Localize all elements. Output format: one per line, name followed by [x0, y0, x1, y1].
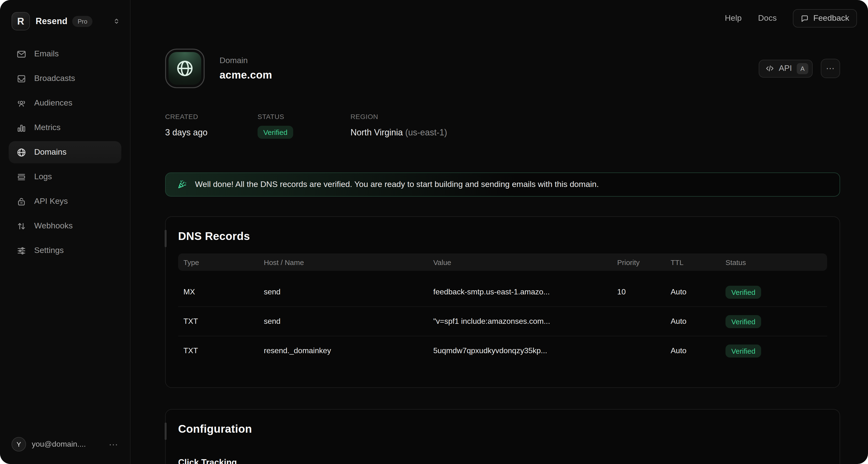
workspace-name: Resend: [36, 16, 67, 26]
meta-status: STATUS Verified: [257, 113, 350, 139]
verification-banner: Well done! All the DNS records are verif…: [165, 173, 840, 197]
sidebar-item-label: Emails: [34, 49, 59, 59]
sidebar-item-label: Domains: [34, 147, 66, 157]
arrows-up-down-icon: [17, 221, 27, 231]
avatar: Y: [11, 437, 26, 452]
sidebar-item-api-keys[interactable]: API Keys: [9, 190, 121, 212]
feedback-label: Feedback: [813, 13, 849, 23]
cell-value: feedback-smtp.us-east-1.amazo...: [428, 288, 612, 296]
table-body: MX send feedback-smtp.us-east-1.amazo...…: [178, 278, 827, 365]
column-status: Status: [720, 258, 827, 266]
topbar: Help Docs Feedback: [130, 0, 868, 37]
header-actions: API A ⋯: [758, 59, 840, 78]
sidebar-item-audiences[interactable]: Audiences: [9, 92, 121, 114]
sidebar-item-label: Webhooks: [34, 221, 73, 231]
party-popper-icon: [177, 179, 187, 190]
column-value: Value: [428, 258, 612, 266]
sidebar-item-label: Audiences: [34, 98, 72, 108]
column-host-name: Host / Name: [258, 258, 428, 266]
globe-icon: [168, 52, 201, 85]
cell-ttl: Auto: [665, 317, 720, 326]
code-icon: [765, 64, 774, 73]
sidebar-item-domains[interactable]: Domains: [9, 141, 121, 163]
meta-created: CREATED 3 days ago: [165, 113, 257, 139]
table-row: MX send feedback-smtp.us-east-1.amazo...…: [178, 278, 827, 307]
bar-chart-icon: [17, 123, 27, 133]
domain-kicker: Domain: [220, 56, 272, 65]
domain-meta: CREATED 3 days ago STATUS Verified REGIO…: [165, 113, 447, 139]
meta-region: REGION North Virginia (us-east-1): [350, 113, 447, 139]
sliders-icon: [17, 245, 27, 256]
configuration-card: Configuration Click Tracking: [165, 409, 840, 464]
column-ttl: TTL: [665, 258, 720, 266]
sidebar: R Resend Pro Emails Broadcasts: [0, 0, 130, 464]
feedback-button[interactable]: Feedback: [793, 9, 857, 27]
api-button[interactable]: API A: [758, 59, 813, 77]
sidebar-item-webhooks[interactable]: Webhooks: [9, 215, 121, 237]
rows-icon: [17, 172, 27, 182]
configuration-title: Configuration: [165, 410, 840, 436]
table-row: TXT send "v=spf1 include:amazonses.com..…: [178, 307, 827, 336]
api-label: API: [779, 64, 792, 73]
cell-ttl: Auto: [665, 346, 720, 355]
cell-host: send: [258, 288, 428, 296]
cell-value: "v=spf1 include:amazonses.com...: [428, 317, 612, 326]
created-label: CREATED: [165, 113, 257, 120]
sidebar-item-emails[interactable]: Emails: [9, 43, 121, 65]
banner-text: Well done! All the DNS records are verif…: [195, 180, 599, 190]
more-button[interactable]: ⋯: [821, 59, 840, 78]
sidebar-item-label: Broadcasts: [34, 74, 75, 83]
region-name: North Virginia: [350, 128, 403, 137]
cell-host: resend._domainkey: [258, 346, 428, 355]
cell-status: Verified: [720, 286, 827, 298]
domain-header: Domain acme.com API A ⋯: [165, 49, 840, 88]
workspace-switcher[interactable]: R Resend Pro: [0, 0, 130, 30]
chevron-up-down-icon[interactable]: [113, 17, 120, 25]
speech-bubble-icon: [801, 14, 809, 22]
sidebar-item-label: API Keys: [34, 197, 68, 206]
app-window: R Resend Pro Emails Broadcasts: [0, 0, 868, 464]
docs-link[interactable]: Docs: [758, 13, 777, 23]
resend-logo: R: [11, 12, 30, 30]
cell-value: 5uqmdw7qpxudkyvdonqzy35kp...: [428, 346, 612, 355]
broadcast-tray-icon: [17, 74, 27, 84]
plan-badge: Pro: [72, 16, 92, 27]
cell-priority: 10: [612, 288, 665, 296]
sidebar-item-broadcasts[interactable]: Broadcasts: [9, 67, 121, 90]
cell-type: MX: [178, 288, 258, 296]
domain-titles: Domain acme.com: [220, 56, 272, 81]
cell-type: TXT: [178, 346, 258, 355]
region-label: REGION: [350, 113, 447, 120]
sidebar-item-label: Settings: [34, 246, 64, 255]
sidebar-nav: Emails Broadcasts Audiences Metrics: [0, 43, 130, 262]
status-label: STATUS: [257, 113, 350, 120]
status-badge: Verified: [257, 126, 293, 139]
table-header: Type Host / Name Value Priority TTL Stat…: [178, 254, 827, 271]
status-badge: Verified: [725, 286, 761, 298]
created-value: 3 days ago: [165, 128, 257, 138]
globe-icon: [17, 147, 27, 157]
cell-host: send: [258, 317, 428, 326]
keyboard-shortcut-badge: A: [797, 63, 808, 74]
cell-status: Verified: [720, 315, 827, 328]
user-email: you@domain....: [32, 440, 86, 448]
sidebar-item-logs[interactable]: Logs: [9, 166, 121, 188]
table-row: TXT resend._domainkey 5uqmdw7qpxudkyvdon…: [178, 336, 827, 365]
people-icon: [17, 98, 27, 108]
envelope-icon: [17, 49, 27, 59]
cell-type: TXT: [178, 317, 258, 326]
sidebar-item-label: Metrics: [34, 123, 61, 133]
page-title: acme.com: [220, 69, 272, 81]
column-priority: Priority: [612, 258, 665, 266]
more-icon: ⋯: [826, 63, 835, 74]
user-menu[interactable]: Y you@domain.... ⋯: [0, 427, 130, 464]
cell-status: Verified: [720, 344, 827, 357]
sidebar-item-settings[interactable]: Settings: [9, 239, 121, 262]
more-icon[interactable]: ⋯: [109, 439, 118, 450]
sidebar-item-metrics[interactable]: Metrics: [9, 117, 121, 139]
domain-avatar: [165, 49, 205, 88]
column-type: Type: [178, 258, 258, 266]
status-badge: Verified: [725, 344, 761, 357]
dns-records-title: DNS Records: [165, 217, 840, 243]
help-link[interactable]: Help: [725, 13, 742, 23]
